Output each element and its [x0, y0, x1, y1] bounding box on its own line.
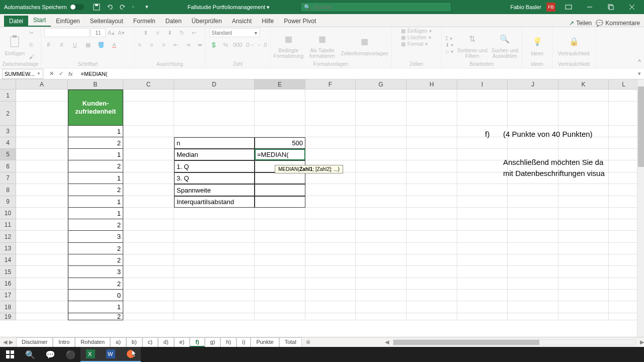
decrease-decimal-icon[interactable]: ←.0	[258, 40, 267, 49]
cell-H3[interactable]	[407, 126, 457, 137]
cell-D11[interactable]	[174, 219, 255, 231]
cell-D7[interactable]: 3. Q	[174, 172, 255, 184]
row-header-1[interactable]: 1	[0, 89, 16, 102]
cell-L16[interactable]	[609, 278, 639, 290]
cell-I18[interactable]	[457, 301, 508, 313]
cell-E17[interactable]	[255, 290, 305, 301]
share-button[interactable]: ↗ Teilen	[569, 20, 592, 27]
cell-D10[interactable]	[174, 208, 255, 219]
cell-G13[interactable]	[356, 243, 407, 254]
cell-H8[interactable]	[407, 184, 457, 196]
cell-D12[interactable]	[174, 231, 255, 243]
search-input[interactable]	[314, 4, 448, 10]
cell-B10[interactable]: 1	[68, 208, 123, 219]
cell-J10[interactable]	[508, 208, 558, 219]
cell-G16[interactable]	[356, 278, 407, 290]
cell-L1[interactable]	[609, 89, 639, 102]
cell-L3[interactable]	[609, 126, 639, 137]
cell-B17[interactable]: 0	[68, 290, 123, 301]
cell-F1[interactable]	[305, 89, 356, 102]
cell-I16[interactable]	[457, 278, 508, 290]
cell-K18[interactable]	[558, 301, 609, 313]
ribbon-display-icon[interactable]	[560, 0, 577, 14]
cell-D17[interactable]	[174, 290, 255, 301]
cell-G3[interactable]	[356, 126, 407, 137]
column-header-B[interactable]: B	[68, 79, 123, 89]
cell-E10[interactable]	[255, 208, 305, 219]
cell-I12[interactable]	[457, 231, 508, 243]
cell-D5[interactable]: Median	[174, 149, 255, 160]
cell-L10[interactable]	[609, 208, 639, 219]
tab-formulas[interactable]: Formeln	[128, 16, 160, 27]
wrap-text-icon[interactable]: ↩	[190, 28, 199, 37]
column-header-D[interactable]: D	[174, 79, 255, 89]
user-name[interactable]: Fabio Basler	[510, 4, 541, 10]
cell-D13[interactable]	[174, 243, 255, 254]
cell-C3[interactable]	[123, 126, 174, 137]
cell-C5[interactable]	[123, 149, 174, 160]
cell-A11[interactable]	[16, 219, 68, 231]
row-header-4[interactable]: 4	[0, 137, 16, 149]
cell-B15[interactable]: 3	[68, 266, 123, 278]
cell-I10[interactable]	[457, 208, 508, 219]
font-color-icon[interactable]: A	[110, 40, 119, 49]
column-header-H[interactable]: H	[407, 79, 457, 89]
fx-icon[interactable]: fx	[68, 71, 73, 77]
horizontal-scrollbar[interactable]	[393, 339, 636, 345]
sheet-tab-g[interactable]: g)	[205, 337, 221, 347]
clear-icon[interactable]: ◇ ▾	[445, 49, 453, 54]
cell-A16[interactable]	[16, 278, 68, 290]
collapse-ribbon-icon[interactable]: ^	[638, 58, 641, 65]
currency-icon[interactable]: 💲	[209, 40, 218, 49]
cell-A6[interactable]	[16, 160, 68, 172]
cell-A10[interactable]	[16, 208, 68, 219]
cell-E18[interactable]	[255, 301, 305, 313]
save-icon[interactable]	[93, 4, 100, 11]
tab-home[interactable]: Start	[28, 15, 51, 27]
cell-G9[interactable]	[356, 196, 407, 208]
cut-icon[interactable]: ✂	[27, 28, 36, 37]
taskbar-search-icon[interactable]: 🔍	[20, 347, 40, 362]
redo-icon[interactable]	[119, 4, 126, 11]
cell-C17[interactable]	[123, 290, 174, 301]
bold-icon[interactable]: F	[44, 40, 53, 49]
cell-I1[interactable]	[457, 89, 508, 102]
sheet-tab-i[interactable]: i)	[236, 337, 251, 347]
cell-G15[interactable]	[356, 266, 407, 278]
cell-E15[interactable]	[255, 266, 305, 278]
cell-G2[interactable]	[356, 102, 407, 126]
name-box-dropdown-icon[interactable]: ▼	[37, 71, 41, 76]
format-painter-icon[interactable]: 🖌	[27, 52, 36, 61]
sheet-tab-e[interactable]: e)	[174, 337, 190, 347]
row-header-19[interactable]: 19	[0, 313, 16, 320]
cell-I9[interactable]	[457, 196, 508, 208]
cell-B11[interactable]: 2	[68, 219, 123, 231]
tab-pagelayout[interactable]: Seitenlayout	[85, 16, 128, 27]
cell-B3[interactable]: 1	[68, 126, 123, 137]
accept-formula-icon[interactable]: ✓	[59, 70, 63, 77]
cell-I5[interactable]	[457, 149, 508, 160]
cell-F17[interactable]	[305, 290, 356, 301]
cell-B7[interactable]: 1	[68, 172, 123, 184]
cell-H9[interactable]	[407, 196, 457, 208]
cell-L8[interactable]	[609, 184, 639, 196]
cell-B16[interactable]: 2	[68, 278, 123, 290]
row-header-9[interactable]: 9	[0, 196, 16, 208]
cell-J4[interactable]	[508, 137, 558, 149]
tab-file[interactable]: Datei	[4, 16, 28, 27]
cell-F4[interactable]	[305, 137, 356, 149]
cell-A8[interactable]	[16, 184, 68, 196]
cell-L2[interactable]	[609, 102, 639, 126]
cell-B14[interactable]: 2	[68, 254, 123, 266]
increase-indent-icon[interactable]: ⇥	[184, 40, 193, 49]
cell-D6[interactable]: 1. Q	[174, 160, 255, 172]
cell-E12[interactable]	[255, 231, 305, 243]
name-box[interactable]: SUMMEW...▼	[2, 69, 43, 79]
sort-filter-icon[interactable]: ⇅	[464, 31, 480, 47]
align-center-icon[interactable]: ≡	[147, 40, 156, 49]
cell-I13[interactable]	[457, 243, 508, 254]
cell-J11[interactable]	[508, 219, 558, 231]
find-select-icon[interactable]: 🔍	[497, 31, 513, 47]
column-header-K[interactable]: K	[558, 79, 609, 89]
cell-I8[interactable]	[457, 184, 508, 196]
